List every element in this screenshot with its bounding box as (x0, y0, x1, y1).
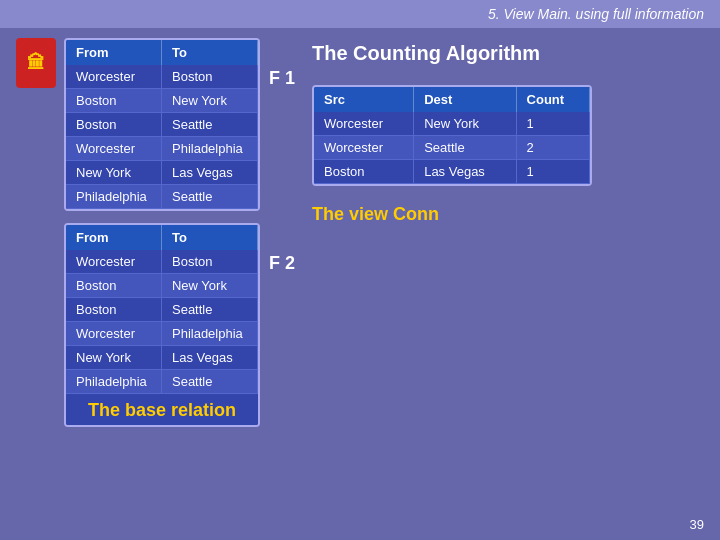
table-cell: Boston (66, 274, 161, 298)
table-cell: Las Vegas (161, 346, 257, 370)
table-cell: Worcester (314, 112, 414, 136)
table-row: PhiladelphiaSeattle (66, 370, 258, 394)
table-row: BostonSeattle (66, 113, 258, 137)
f2-col-from: From (66, 225, 161, 250)
table-cell: Philadelphia (66, 185, 161, 209)
table-cell: Seattle (161, 370, 257, 394)
table-row: New YorkLas Vegas (66, 346, 258, 370)
table-cell: Seattle (161, 298, 257, 322)
right-panel: The Counting Algorithm Src Dest Count Wo… (312, 38, 704, 526)
left-panel: 🏛 From To WorcesterBostonBostonNew YorkB… (16, 38, 296, 526)
count-col-src: Src (314, 87, 414, 112)
page-number: 39 (690, 517, 704, 532)
table-cell: Seattle (161, 185, 257, 209)
table-row: BostonNew York (66, 89, 258, 113)
f1-table: From To WorcesterBostonBostonNew YorkBos… (66, 40, 258, 209)
table-cell: New York (161, 89, 257, 113)
table-cell: New York (66, 161, 161, 185)
table-cell: New York (414, 112, 516, 136)
table-cell: Worcester (66, 250, 161, 274)
table-cell: Boston (161, 250, 257, 274)
f2-table: From To WorcesterBostonBostonNew YorkBos… (66, 225, 258, 394)
table-cell: Worcester (314, 136, 414, 160)
table-cell: Seattle (414, 136, 516, 160)
count-header-row: Src Dest Count (314, 87, 590, 112)
table-cell: Boston (314, 160, 414, 184)
table-row: WorcesterBoston (66, 65, 258, 89)
f1-table-container: From To WorcesterBostonBostonNew YorkBos… (64, 38, 260, 211)
f1-header-row: From To (66, 40, 258, 65)
table-row: WorcesterNew York1 (314, 112, 590, 136)
table-cell: Boston (66, 298, 161, 322)
table-cell: Worcester (66, 65, 161, 89)
count-col-count: Count (516, 87, 589, 112)
f1-table-wrapper: From To WorcesterBostonBostonNew YorkBos… (64, 38, 260, 211)
table-cell: 2 (516, 136, 589, 160)
table-row: PhiladelphiaSeattle (66, 185, 258, 209)
table-cell: Boston (66, 113, 161, 137)
logo: 🏛 (16, 38, 56, 88)
f1-col-from: From (66, 40, 161, 65)
table-cell: Seattle (161, 113, 257, 137)
table-row: WorcesterPhiladelphia (66, 322, 258, 346)
table-cell: Boston (161, 65, 257, 89)
table-cell: Worcester (66, 322, 161, 346)
table-row: New YorkLas Vegas (66, 161, 258, 185)
view-conn-label: The view Conn (312, 204, 704, 225)
f1-section: 🏛 From To WorcesterBostonBostonNew YorkB… (16, 38, 296, 211)
table-cell: 1 (516, 112, 589, 136)
table-row: WorcesterPhiladelphia (66, 137, 258, 161)
base-relation-label: The base relation (66, 394, 258, 425)
count-table: Src Dest Count WorcesterNew York1Worcest… (314, 87, 590, 184)
f2-table-container: From To WorcesterBostonBostonNew YorkBos… (64, 223, 260, 427)
table-row: BostonNew York (66, 274, 258, 298)
table-cell: Las Vegas (414, 160, 516, 184)
table-cell: Boston (66, 89, 161, 113)
f2-label: F 2 (268, 223, 296, 274)
count-table-container: Src Dest Count WorcesterNew York1Worcest… (312, 85, 592, 186)
table-cell: New York (161, 274, 257, 298)
table-cell: Worcester (66, 137, 161, 161)
table-cell: New York (66, 346, 161, 370)
f2-col-to: To (161, 225, 257, 250)
table-cell: Las Vegas (161, 161, 257, 185)
table-cell: Philadelphia (161, 322, 257, 346)
f1-label: F 1 (268, 38, 296, 89)
table-row: BostonLas Vegas1 (314, 160, 590, 184)
table-row: BostonSeattle (66, 298, 258, 322)
f2-header-row: From To (66, 225, 258, 250)
table-row: WorcesterBoston (66, 250, 258, 274)
logo-symbol: 🏛 (27, 53, 45, 74)
top-bar-title: 5. View Main. using full information (488, 6, 704, 22)
f1-col-to: To (161, 40, 257, 65)
count-col-dest: Dest (414, 87, 516, 112)
f2-table-wrapper: From To WorcesterBostonBostonNew YorkBos… (64, 223, 260, 427)
table-cell: Philadelphia (66, 370, 161, 394)
f2-section: From To WorcesterBostonBostonNew YorkBos… (16, 223, 296, 427)
table-cell: Philadelphia (161, 137, 257, 161)
top-bar: 5. View Main. using full information (0, 0, 720, 28)
counting-title: The Counting Algorithm (312, 42, 704, 65)
table-row: WorcesterSeattle2 (314, 136, 590, 160)
table-cell: 1 (516, 160, 589, 184)
